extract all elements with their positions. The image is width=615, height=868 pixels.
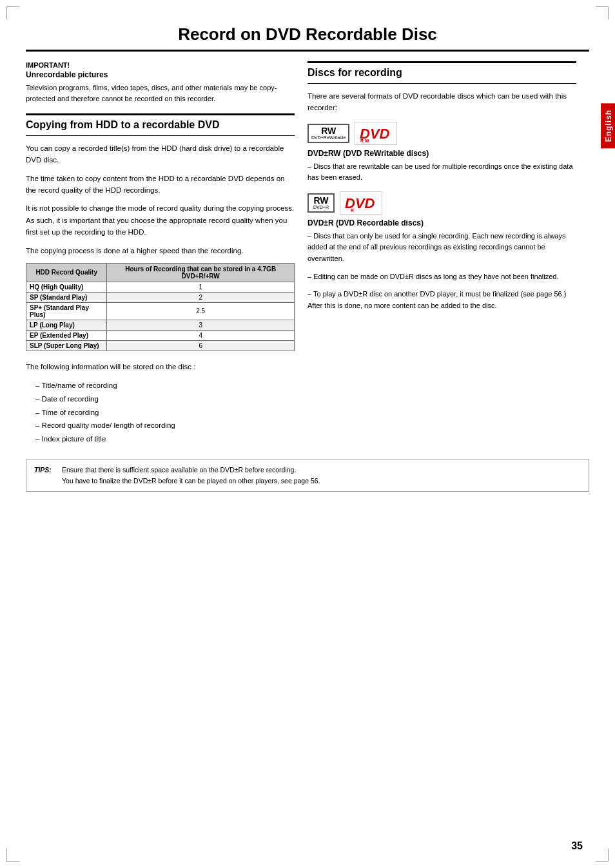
important-text: Television programs, films, video tapes,…	[26, 82, 295, 104]
dvdr-text3: – To play a DVD±R disc on another DVD pl…	[308, 289, 576, 311]
dvd-logo-svg-r: DVD R	[344, 194, 378, 212]
page-title-bar: Record on DVD Recordable Disc	[26, 19, 589, 52]
table-cell-hours: 6	[107, 340, 295, 351]
page-number: 35	[571, 840, 583, 852]
r-main-text: RW	[313, 196, 328, 205]
r-badge-logo: RW DVD+R	[308, 193, 335, 213]
table-header-hours: Hours of Recording that can be stored in…	[107, 263, 295, 282]
corner-mark-tr	[596, 6, 609, 19]
table-row: EP (Extended Play)4	[26, 330, 295, 340]
table-cell-hours: 2.5	[107, 302, 295, 320]
dvd-logo-rw: DVD R W	[355, 122, 397, 145]
table-cell-quality: SLP (Super Long Play)	[26, 340, 107, 351]
important-title: IMPORTANT!	[26, 61, 295, 69]
rw-badge-logo: RW DVD+ReWritable	[308, 124, 349, 143]
corner-mark-bl	[6, 849, 19, 862]
dvd-logo-svg-rw: DVD R W	[359, 124, 393, 142]
important-box: IMPORTANT! Unrecordable pictures Televis…	[26, 61, 295, 104]
right-column: Discs for recording There are several fo…	[308, 61, 589, 446]
table-row: SP+ (Standard Play Plus)2.5	[26, 302, 295, 320]
list-item: Time of recording	[29, 406, 295, 420]
dvdr-title: DVD±R (DVD Recordable discs)	[308, 218, 576, 227]
page-title: Record on DVD Recordable Disc	[64, 24, 551, 44]
table-cell-quality: HQ (High Quality)	[26, 282, 107, 292]
discs-section-title: Discs for recording	[308, 66, 576, 80]
hdd-table: HDD Record Quality Hours of Recording th…	[26, 263, 295, 351]
table-cell-hours: 1	[107, 282, 295, 292]
discs-intro: There are several formats of DVD recorda…	[308, 90, 576, 114]
content-area: IMPORTANT! Unrecordable pictures Televis…	[26, 61, 589, 446]
dvdr-text2: – Editing can be made on DVD±R discs as …	[308, 271, 576, 283]
rw-main-text: RW	[321, 126, 336, 135]
dvdrw-title-bold: DVD±RW	[308, 149, 341, 158]
table-row: LP (Long Play)3	[26, 320, 295, 330]
table-cell-quality: LP (Long Play)	[26, 320, 107, 330]
list-item: Record quality mode/ length of recording	[29, 419, 295, 432]
dvdr-title-bold: DVD±R	[308, 218, 334, 227]
dvdrw-title: DVD±RW (DVD ReWritable discs)	[308, 149, 576, 158]
copying-para2: The time taken to copy content from the …	[26, 173, 295, 197]
tips-line2: You have to finalize the DVD±R before it…	[62, 476, 320, 487]
table-cell-quality: SP+ (Standard Play Plus)	[26, 302, 107, 320]
svg-text:DVD: DVD	[345, 195, 375, 211]
dvdr-text1: – Discs that can only be used for a sing…	[308, 231, 576, 265]
tips-box: TIPS: Ensure that there is sufficient sp…	[26, 459, 589, 492]
copying-section-title: Copying from HDD to a recordable DVD	[26, 119, 295, 132]
dvdrw-text: – Discs that are rewritable can be used …	[308, 161, 576, 184]
copying-para1: You can copy a recorded title(s) from th…	[26, 142, 295, 166]
dvdrw-subtitle: (DVD ReWritable discs)	[343, 149, 429, 158]
dvdr-logo-area: RW DVD+R DVD R	[308, 191, 576, 215]
table-cell-quality: SP (Standard Play)	[26, 292, 107, 302]
table-cell-hours: 3	[107, 320, 295, 330]
list-item: Index picture of title	[29, 432, 295, 446]
important-subtitle: Unrecordable pictures	[26, 70, 295, 79]
svg-text:R: R	[351, 208, 354, 212]
copying-para3: It is not possible to change the mode of…	[26, 202, 295, 238]
corner-mark-br	[596, 849, 609, 862]
list-item: Date of recording	[29, 392, 295, 406]
corner-mark-tl	[6, 6, 19, 19]
dvdrw-logo-area: RW DVD+ReWritable DVD R W	[308, 122, 576, 145]
tips-line1: Ensure that there is sufficient space av…	[62, 465, 320, 476]
stored-info-title: The following information will be stored…	[26, 361, 295, 372]
tips-content: Ensure that there is sufficient space av…	[62, 465, 320, 487]
table-cell-quality: EP (Extended Play)	[26, 330, 107, 340]
page-container: Record on DVD Recordable Disc English IM…	[0, 0, 615, 868]
side-tab: English	[601, 103, 615, 148]
table-cell-hours: 2	[107, 292, 295, 302]
dvdr-subtitle: (DVD Recordable discs)	[336, 218, 424, 227]
rw-sub-text: DVD+ReWritable	[311, 135, 346, 140]
table-header-quality: HDD Record Quality	[26, 263, 107, 282]
tips-label: TIPS:	[34, 465, 57, 476]
table-row: SLP (Super Long Play)6	[26, 340, 295, 351]
copying-section-header: Copying from HDD to a recordable DVD	[26, 113, 295, 136]
table-row: SP (Standard Play)2	[26, 292, 295, 302]
discs-section-header: Discs for recording	[308, 61, 576, 84]
left-column: IMPORTANT! Unrecordable pictures Televis…	[26, 61, 295, 446]
stored-info-list: Title/name of recordingDate of recording…	[29, 379, 295, 445]
svg-text:R W: R W	[360, 139, 369, 142]
dvd-logo-r: DVD R	[340, 191, 382, 215]
r-sub-text: DVD+R	[313, 205, 329, 209]
copying-para4: The copying process is done at a higher …	[26, 245, 295, 256]
list-item: Title/name of recording	[29, 379, 295, 392]
table-cell-hours: 4	[107, 330, 295, 340]
table-row: HQ (High Quality)1	[26, 282, 295, 292]
